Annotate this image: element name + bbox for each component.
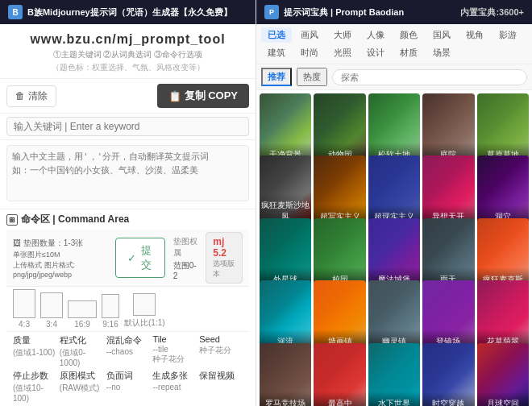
tab-national[interactable]: 国风 — [426, 27, 457, 43]
gallery-item[interactable]: 洞穴 — [477, 155, 529, 225]
gallery-item[interactable]: 河流 — [260, 280, 311, 350]
param-chaos[interactable]: 混乱命令 --chaos — [106, 334, 150, 367]
tab-selected[interactable]: 已选 — [261, 27, 292, 43]
copy-icon: 📋 — [168, 90, 181, 102]
copy-button[interactable]: 📋 复制 COPY — [157, 84, 249, 108]
gallery-item-label: 月球空间 — [477, 392, 529, 406]
gem-count: 内置宝典:3600+ — [460, 6, 524, 19]
tab-hot[interactable]: 热度 — [297, 68, 327, 86]
action-bar: 🗑 清除 📋 复制 COPY — [0, 79, 256, 114]
param-section: 质量 (值域1-100) 程式化 (值域0-1000) 混乱命令 --chaos… — [6, 332, 249, 406]
command-info: 🖼 垫图数量：1-3张 单张图片≤10M 上传格式 图片格式: png/jpg/… — [13, 238, 107, 279]
param-tile[interactable]: Tile --tile种子花分 — [152, 334, 196, 367]
right-header-left: P 提示词宝典 | Prompt Baodian — [264, 5, 404, 19]
tab-architecture[interactable]: 建筑 — [261, 45, 292, 60]
gallery-item-label: 最高中 — [314, 392, 365, 406]
brand-subtitle: ①主题关键词 ②从词典选词 ③命令行选项 — [8, 49, 247, 60]
left-panel: B B族Midjourney提示词（咒语）生成器【永久免费】 www.bzu.c… — [0, 0, 256, 406]
gallery-item[interactable]: 超现实主义 — [368, 155, 420, 225]
gallery-item[interactable]: 校园 — [314, 218, 365, 288]
param-stylize[interactable]: 程式化 (值域0-1000) — [60, 334, 103, 367]
gallery-item-label: 罗马竞技场 — [260, 392, 311, 406]
ratio-4-3[interactable]: 4:3 — [13, 289, 35, 329]
param-seed[interactable]: Seed 种子花分 — [199, 334, 243, 367]
tab-game[interactable]: 影游 — [493, 27, 523, 43]
clear-button[interactable]: 🗑 清除 — [6, 85, 56, 107]
tab-style[interactable]: 画风 — [294, 27, 325, 43]
copyright-group: 垫图权属 范围0-2 — [173, 236, 198, 280]
ratio-shape-9-16 — [102, 294, 119, 318]
ratio-default[interactable]: 默认比(1:1) — [124, 293, 165, 329]
gallery-item[interactable]: 动物园 — [314, 93, 365, 163]
brand-area: www.bzu.cn/mj_prompt_tool ①主题关键词 ②从词典选词 … — [0, 24, 256, 79]
brand-tags: （题色标：权重选择、气氛、风格改变等） — [8, 62, 247, 73]
right-header: P 提示词宝典 | Prompt Baodian 内置宝典:3600+ — [256, 0, 532, 24]
param-video[interactable]: 保留视频 — [199, 370, 243, 403]
command-controls-row: 🖼 垫图数量：1-3张 单张图片≤10M 上传格式 图片格式: png/jpg/… — [6, 230, 249, 287]
version-selector[interactable]: mj 5.2 选项版本 — [206, 232, 243, 284]
gallery-item[interactable]: 庭院 — [422, 93, 474, 163]
tab-master[interactable]: 大师 — [327, 27, 358, 43]
tab-portrait[interactable]: 人像 — [360, 27, 391, 43]
param-raw[interactable]: 原图模式 (RAW模式) — [60, 370, 103, 403]
tab-design[interactable]: 设计 — [360, 45, 391, 60]
tab-color[interactable]: 颜色 — [393, 27, 424, 43]
tab-lighting[interactable]: 光照 — [327, 45, 358, 60]
param-no[interactable]: 负面词 --no — [106, 370, 150, 403]
image-count-label: 🖼 垫图数量：1-3张 — [13, 238, 107, 249]
gallery-item[interactable]: 时空穿越 — [422, 343, 474, 406]
ratio-9-16[interactable]: 9:16 — [102, 294, 119, 329]
gallery-grid: 干净背景动物园松软土地庭院草原草地疯狂麦斯沙地风超写实主义超现实主义异想天开洞穴… — [256, 90, 532, 406]
ratio-16-9[interactable]: 16:9 — [68, 300, 97, 329]
gallery-item[interactable]: 草原草地 — [477, 93, 529, 163]
right-panel: P 提示词宝典 | Prompt Baodian 内置宝典:3600+ 已选 画… — [256, 0, 532, 406]
gallery-item[interactable]: 登镜场 — [422, 280, 474, 350]
gallery-item-label: 水下世界 — [368, 392, 420, 406]
param-row-1: 质量 (值域1-100) 程式化 (值域0-1000) 混乱命令 --chaos… — [13, 334, 243, 367]
keyword-input[interactable] — [6, 117, 249, 136]
clear-icon: 🗑 — [15, 90, 25, 102]
gallery-item[interactable]: 疯狂麦克斯 — [477, 218, 529, 288]
gallery-item[interactable]: 魔法城堡 — [368, 218, 420, 288]
gallery-item[interactable]: 最高中 — [314, 343, 365, 406]
param-quality[interactable]: 质量 (值域1-100) — [13, 334, 56, 367]
gallery-item[interactable]: 疯狂麦斯沙地风 — [260, 155, 311, 225]
tab-recommend[interactable]: 推荐 — [261, 68, 292, 86]
gallery-item[interactable]: 异想天开 — [422, 155, 474, 225]
param-stop[interactable]: 停止步数 (值域10-100) — [13, 370, 56, 403]
gallery-item[interactable]: 雨天 — [422, 218, 474, 288]
search-input[interactable] — [332, 69, 527, 85]
gallery-item[interactable]: 干净背景 — [260, 93, 311, 163]
brand-title: B族Midjourney提示词（咒语）生成器【永久免费】 — [27, 6, 232, 19]
command-title: ⊞ 命令区 | Command Area — [6, 213, 249, 226]
gallery-item[interactable]: 幽灵镇 — [368, 280, 420, 350]
gallery-item[interactable]: 月球空间 — [477, 343, 529, 406]
tab-angle[interactable]: 视角 — [459, 27, 490, 43]
tab-fashion[interactable]: 时尚 — [294, 45, 325, 60]
search-row: 推荐 热度 — [256, 64, 532, 90]
tab-material[interactable]: 材质 — [393, 45, 424, 60]
gallery-item[interactable]: 松软土地 — [368, 93, 420, 163]
submit-button[interactable]: ✓ 提交 — [115, 238, 164, 278]
tab-scene[interactable]: 场景 — [426, 45, 457, 60]
left-header: B B族Midjourney提示词（咒语）生成器【永久免费】 — [0, 0, 256, 24]
gallery-item[interactable]: 花草荫翠 — [477, 280, 529, 350]
ratio-section: 4:3 3:4 16:9 9:16 默认比(1:1) — [6, 287, 249, 332]
keyword-input-row — [0, 114, 256, 140]
ratio-3-4[interactable]: 3:4 — [40, 292, 63, 329]
param-row-2: 停止步数 (值域10-100) 原图模式 (RAW模式) 负面词 --no 生成… — [13, 370, 243, 403]
gallery-item[interactable]: 罗马竞技场 — [260, 343, 311, 406]
prompt-textarea[interactable] — [6, 145, 249, 201]
image-icon: 🖼 — [13, 238, 21, 247]
brand-url: www.bzu.cn/mj_prompt_tool — [8, 32, 247, 47]
image-size-label: 单张图片≤10M 上传格式 图片格式: png/jpg/jpeg/webp — [13, 250, 107, 279]
gallery-item[interactable]: 水下世界 — [368, 343, 420, 406]
gallery-item[interactable]: 墙画镇 — [314, 280, 365, 350]
ratio-shape-default — [133, 293, 156, 316]
brand-icon: B — [8, 5, 23, 19]
param-repeat[interactable]: 生成多张 --repeat — [152, 370, 196, 403]
gallery-item[interactable]: 超写实主义 — [314, 155, 365, 225]
category-tabs: 已选 画风 大师 人像 颜色 国风 视角 影游 建筑 时尚 光照 设计 材质 场… — [256, 24, 532, 64]
gallery-item[interactable]: 外星球 — [260, 218, 311, 288]
ratio-shape-16-9 — [68, 300, 97, 318]
